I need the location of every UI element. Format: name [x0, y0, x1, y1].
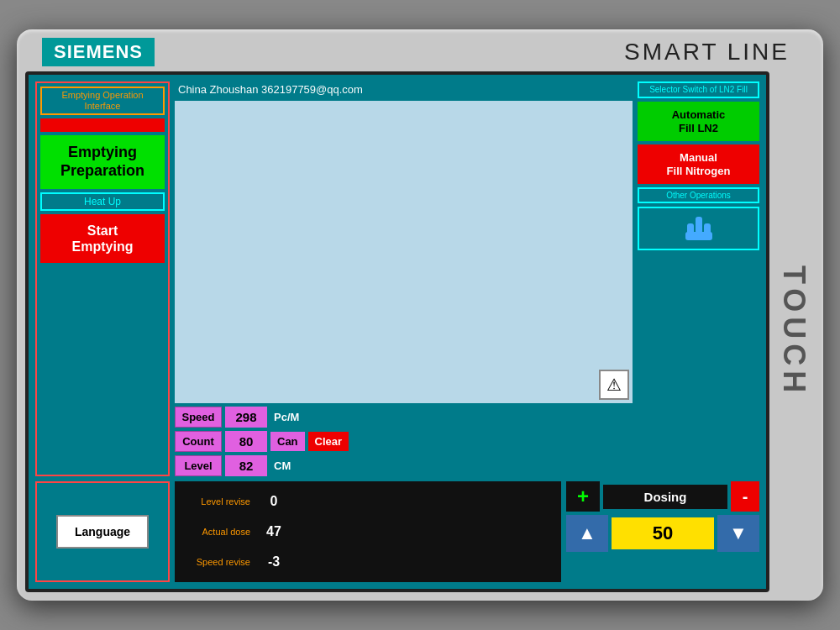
up-arrow-button[interactable]: ▲ [566, 515, 608, 552]
siemens-logo: SIEMENS [42, 38, 155, 66]
level-revise-row: Level revise 0 [183, 494, 553, 509]
minus-button[interactable]: - [731, 481, 759, 512]
bottom-right-panel: + Dosing - ▲ 50 ▼ [566, 481, 759, 582]
emptying-op-label: Emptying Operation Interface [40, 87, 165, 115]
emptying-preparation-button[interactable]: Emptying Preparation [40, 135, 165, 188]
screen-wrapper: Emptying Operation Interface Emptying Pr… [17, 71, 823, 601]
bottom-center-panel: Level revise 0 Actual dose 47 Speed revi… [175, 481, 561, 582]
actual-dose-value: 47 [257, 524, 291, 539]
svg-rect-3 [685, 232, 712, 240]
bottom-left-panel: Language [35, 481, 170, 582]
metrics-area: Speed 298 Pc/M Count 80 Can Clear [175, 407, 633, 476]
center-info-text: China Zhoushan 362197759@qq.com [175, 81, 633, 97]
heat-up-label: Heat Up [40, 192, 165, 211]
right-panel: Selector Switch of LN2 Fill Automatic Fi… [638, 81, 759, 476]
actual-dose-row: Actual dose 47 [183, 524, 553, 539]
speed-row: Speed 298 Pc/M [175, 407, 633, 428]
center-panel: China Zhoushan 362197759@qq.com ⚠ Speed … [175, 81, 633, 476]
dosing-bottom-row: ▲ 50 ▼ [566, 515, 759, 552]
red-bar [40, 118, 165, 132]
bottom-section: Language Level revise 0 Actual dose 47 S… [35, 481, 759, 582]
level-unit: CM [270, 459, 294, 472]
manual-fill-nitrogen-button[interactable]: Manual Fill Nitrogen [638, 144, 759, 184]
selector-label: Selector Switch of LN2 Fill [638, 81, 759, 98]
level-revise-label: Level revise [183, 496, 250, 507]
center-display: ⚠ [175, 101, 633, 403]
warning-icon: ⚠ [599, 370, 629, 400]
dosing-label: Dosing [603, 485, 727, 509]
speed-revise-row: Speed revise -3 [183, 554, 553, 570]
speed-revise-value: -3 [257, 554, 291, 570]
level-value: 82 [225, 455, 267, 476]
other-ops-label: Other Operations [638, 187, 759, 203]
device-outer: SIEMENS SMART LINE Emptying Operation In… [17, 29, 823, 601]
level-label: Level [175, 455, 222, 476]
language-button[interactable]: Language [56, 515, 149, 549]
speed-unit: Pc/M [270, 411, 302, 423]
down-arrow-button[interactable]: ▼ [717, 515, 759, 552]
speed-label: Speed [175, 407, 222, 428]
top-section: Emptying Operation Interface Emptying Pr… [35, 81, 759, 476]
level-revise-value: 0 [257, 494, 291, 509]
start-emptying-button[interactable]: Start Emptying [40, 214, 165, 263]
dosing-value: 50 [612, 517, 714, 549]
level-row: Level 82 CM [175, 455, 633, 476]
smart-line-label: SMART LINE [624, 39, 790, 66]
main-screen: Emptying Operation Interface Emptying Pr… [25, 71, 769, 592]
can-label: Can [270, 432, 305, 451]
other-ops-button[interactable] [638, 207, 759, 250]
speed-value: 298 [225, 407, 267, 428]
touch-label: TOUCH [773, 257, 815, 406]
clear-button[interactable]: Clear [308, 432, 349, 451]
left-panel: Emptying Operation Interface Emptying Pr… [35, 81, 170, 476]
count-value: 80 [225, 431, 267, 452]
device-header: SIEMENS SMART LINE [17, 29, 823, 71]
count-row: Count 80 Can Clear [175, 431, 633, 452]
svg-rect-0 [696, 217, 702, 234]
dosing-top-row: + Dosing - [566, 481, 759, 512]
actual-dose-label: Actual dose [183, 527, 250, 537]
plus-button[interactable]: + [566, 481, 600, 512]
speed-revise-label: Speed revise [183, 557, 250, 567]
finger-pointing-icon [679, 213, 719, 244]
count-label: Count [175, 431, 222, 452]
auto-fill-ln2-button[interactable]: Automatic Fill LN2 [638, 102, 759, 141]
